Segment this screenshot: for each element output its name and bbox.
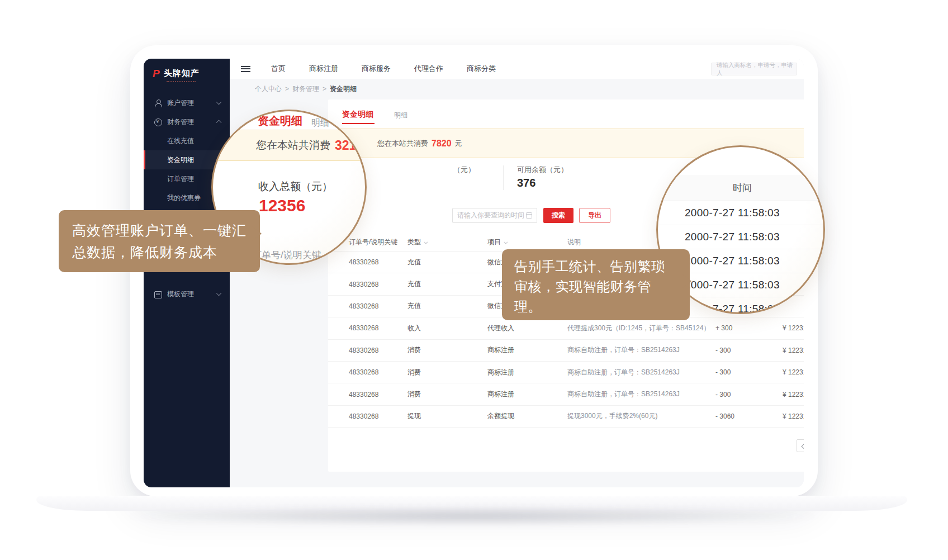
col-header-project-label: 项目 [487,238,501,246]
sidebar-item-label: 在线充值 [167,136,194,146]
cell-balance: ¥ 12231 [783,324,804,332]
stage: P 头牌知产 账户管理 财务管理 在线充 [0,0,948,560]
tab-trademark-categories[interactable]: 商标分类 [467,64,496,74]
sidebar-item-label: 资金明细 [167,155,194,165]
hamburger-menu-icon[interactable] [241,66,250,72]
table-row: 48330268 提现 余额提现 提现3000元，手续费2%(60元) - 30… [328,406,804,428]
cell-order: 48330268 [328,302,407,310]
logo-text: 头牌知产 [164,68,200,79]
cell-amount: - 300 [715,347,783,354]
cell-project: 商标注册 [487,345,567,355]
magnified-consumption-banner: 您在本站共消费 32124 [211,130,367,161]
calendar-icon [526,212,532,219]
breadcrumb-finance[interactable]: 财务管理 [292,84,319,94]
magnified-income-value: 12356 [259,196,305,215]
trademark-search-input[interactable]: 请输入商标名，申请号，申请人 [711,63,797,75]
callout-bubble-left: 高效管理账户订单、一键汇总数据，降低财务成本 [59,210,260,272]
stat-divider [503,165,504,190]
tab-agent-cooperation[interactable]: 代理合作 [414,64,443,74]
cell-desc: 商标自助注册，订单号：SB2514263J [567,345,715,355]
sort-chevron-icon [504,240,508,244]
sidebar-item-recharge[interactable]: 在线充值 [144,131,230,150]
banner-suffix: 元 [455,139,462,149]
cell-type: 消费 [407,368,487,377]
chevron-down-icon [216,99,222,105]
sidebar-item-label: 模板管理 [167,290,194,299]
pagination: 1 2 3 4 5 [797,439,804,452]
time-query-placeholder: 请输入你要查询的时间 [457,211,526,220]
search-button[interactable]: 搜索 [543,208,573,223]
sidebar-item-label: 订单管理 [167,174,194,184]
export-button[interactable]: 导出 [579,208,610,223]
breadcrumb-separator: > [285,85,289,93]
time-query-input[interactable]: 请输入你要查询的时间 [452,208,537,223]
cell-order: 48330268 [328,258,407,266]
cell-amount: - 3060 [715,412,783,420]
cell-type: 充值 [407,279,487,289]
cell-type: 消费 [407,390,487,399]
sidebar-item-label: 账户管理 [167,98,194,108]
cell-amount: - 300 [715,391,783,398]
magnified-tab-fragment: 明细 [311,117,329,129]
tab-trademark-services[interactable]: 商标服务 [362,64,391,74]
cell-desc: 提现3000元，手续费2%(60元) [567,411,715,421]
col-header-type-label: 类型 [407,238,421,246]
cell-amount: + 300 [715,324,783,332]
col-header-project[interactable]: 项目 [487,238,567,247]
breadcrumb: 个人中心 > 财务管理 > 资金明细 [230,79,804,99]
tab-home[interactable]: 首页 [271,64,286,74]
logo-tagline-dots [167,81,196,82]
breadcrumb-personal-center[interactable]: 个人中心 [255,84,282,94]
table-row: 48330268 消费 商标注册 商标自助注册，订单号：SB2514263J -… [328,362,804,383]
cell-desc: 商标自助注册，订单号：SB2514263J [567,390,715,399]
cell-desc: 商标自助注册，订单号：SB2514263J [567,368,715,377]
sidebar-item-label: 我的优惠券 [167,193,201,203]
logo-icon: P [153,68,160,79]
table-row: 48330268 消费 商标注册 商标自助注册，订单号：SB2514263J -… [328,340,804,362]
cell-order: 48330268 [328,347,407,354]
sidebar: P 头牌知产 账户管理 财务管理 在线充 [144,59,230,487]
template-icon [154,291,162,298]
table-row: 48330268 消费 商标注册 商标自助注册，订单号：SB2514263J -… [328,383,804,405]
chevron-left-icon [801,444,804,448]
banner-amount: 7820 [432,139,452,149]
user-icon [154,99,162,107]
card-tab-fund-details[interactable]: 资金明细 [342,110,373,120]
magnified-income-label: 收入总额（元） [258,179,333,194]
breadcrumb-separator: > [323,85,326,93]
cell-balance: ¥ 12231 [783,391,804,398]
search-placeholder: 请输入商标名，申请号，申请人 [717,61,797,77]
sidebar-item-finance[interactable]: 财务管理 [144,112,230,131]
cell-desc: 代理提成300元（ID:1245，订单号：SB45124） [567,324,715,333]
callout-bubble-right: 告别手工统计、告别繁琐审核，实现智能财务管理。 [502,249,690,320]
magnified-tab-title: 资金明细 [258,113,302,129]
table-row: 48330268 收入 代理收入 代理提成300元（ID:1245，订单号：SB… [328,317,804,339]
sidebar-item-templates[interactable]: 模板管理 [144,284,230,303]
magnified-time-row: 2000-7-27 11:58:03 [658,201,825,225]
pagination-prev-button[interactable] [797,439,804,452]
col-header-type[interactable]: 类型 [407,238,487,247]
cell-project: 商标注册 [487,368,567,377]
available-balance-value: 376 [517,177,535,189]
magnified-time-header: 时间 [658,175,825,201]
cell-balance: ¥ 12231 [783,368,804,376]
breadcrumb-current: 资金明细 [330,84,357,94]
cell-amount: - 300 [715,368,783,376]
magnified-banner-prefix: 您在本站共消费 [256,138,330,153]
available-balance-label: 可用余额（元） [517,165,568,175]
cell-type: 提现 [407,411,487,421]
sidebar-item-account[interactable]: 账户管理 [144,93,230,112]
cell-order: 48330268 [328,324,407,332]
chevron-down-icon [216,291,222,296]
chevron-up-icon [216,120,222,125]
finance-icon [154,118,162,126]
stat-expense-label-fragment: （元） [453,165,475,175]
cell-project: 商标注册 [487,390,567,399]
tab-trademark-register[interactable]: 商标注册 [309,64,338,74]
cell-project: 代理收入 [487,324,567,333]
top-navbar: 首页 商标注册 商标服务 代理合作 商标分类 请输入商标名，申请号，申请人 [230,59,804,79]
banner-prefix: 您在本站共消费 [377,139,428,149]
cell-type: 收入 [407,324,487,333]
cell-balance: ¥ 12231 [783,412,804,420]
card-tab-fragment: 明细 [394,111,407,120]
